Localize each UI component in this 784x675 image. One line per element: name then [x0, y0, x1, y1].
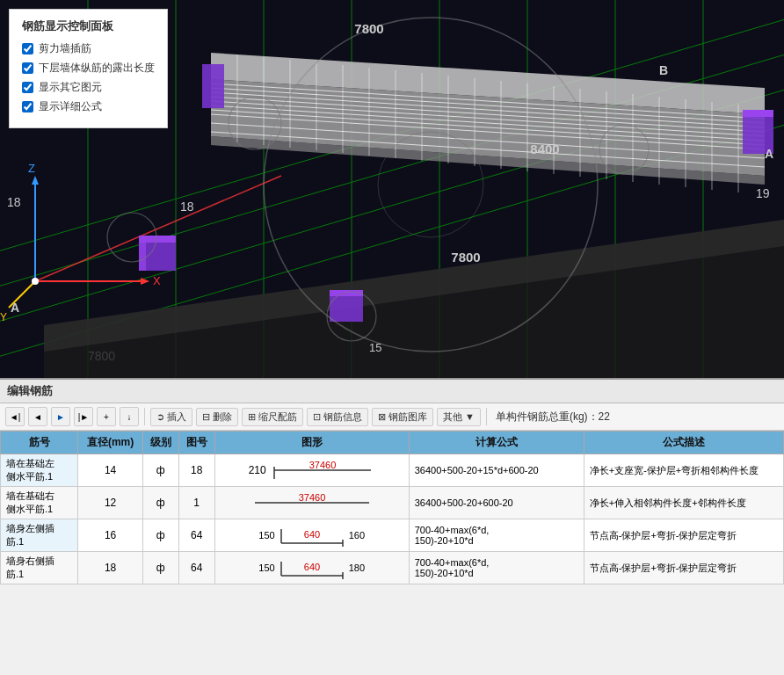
cell-shape-1: 210 37460	[214, 454, 409, 487]
cell-shape-3: 150 640 160	[214, 519, 409, 552]
svg-text:B: B	[659, 63, 668, 77]
checkbox-lower-wall[interactable]: 下层墙体纵筋的露出长度	[22, 61, 155, 76]
cell-id-2: 墙在基础右侧水平筋.1	[1, 487, 78, 519]
cell-level-3: ф	[142, 519, 178, 552]
nav-last-btn[interactable]: |►	[74, 407, 93, 426]
rebar-library-btn[interactable]: ⊠ 钢筋图库	[372, 408, 433, 426]
svg-text:Z: Z	[28, 162, 35, 175]
scale-rebar-btn[interactable]: ⊞ 缩尺配筋	[242, 408, 303, 426]
svg-text:8400: 8400	[530, 142, 559, 156]
separator-2	[486, 408, 487, 425]
nav-next-btn[interactable]: ►	[51, 407, 70, 426]
nav-down-btn[interactable]: ↓	[120, 407, 139, 426]
cell-id-4: 墙身右侧插筋.1	[1, 552, 78, 584]
delete-btn[interactable]: ⊟ 删除	[196, 408, 238, 426]
col-header-level: 级别	[142, 432, 178, 454]
rebar-library-icon: ⊠	[378, 411, 386, 423]
checkbox-detail-formula-label: 显示详细公式	[39, 99, 102, 114]
svg-text:15: 15	[369, 341, 381, 354]
cell-level-2: ф	[142, 487, 178, 519]
col-header-id: 筋号	[1, 432, 78, 454]
insert-label: 插入	[167, 410, 186, 424]
checkbox-lower-wall-input[interactable]	[22, 62, 33, 74]
svg-text:Y: Y	[0, 311, 7, 323]
cell-desc-4: 节点高-保护层+弯折-保护层定弯折	[584, 552, 783, 584]
other-label: 其他 ▼	[443, 410, 475, 424]
weight-info: 单构件钢筋总重(kg)：22	[496, 410, 610, 425]
checkbox-detail-formula[interactable]: 显示详细公式	[22, 99, 155, 114]
checkbox-detail-formula-input[interactable]	[22, 101, 33, 112]
svg-text:7800: 7800	[354, 21, 383, 36]
scale-icon: ⊞	[248, 411, 256, 423]
cell-formula-3: 700-40+max(6*d,150)-20+10*d	[409, 519, 584, 552]
nav-first-btn[interactable]: ◄|	[5, 407, 25, 426]
cell-level-1: ф	[142, 454, 178, 487]
cell-figure-3: 64	[178, 519, 214, 552]
cell-figure-2: 1	[178, 487, 214, 519]
checkbox-shear-wall-input[interactable]	[22, 43, 33, 54]
cell-desc-3: 节点高-保护层+弯折-保护层定弯折	[584, 519, 783, 552]
svg-text:7800: 7800	[451, 250, 480, 265]
svg-text:19: 19	[756, 186, 770, 200]
other-btn[interactable]: 其他 ▼	[437, 408, 481, 426]
checkbox-shear-wall[interactable]: 剪力墙插筋	[22, 41, 155, 56]
bottom-panel-title: 编辑钢筋	[7, 384, 53, 397]
svg-text:640: 640	[303, 562, 319, 572]
3d-viewport: X Z Y A 18 7800	[0, 0, 784, 378]
rebar-library-label: 钢筋图库	[388, 410, 427, 424]
cell-diameter-2: 12	[78, 487, 142, 519]
svg-text:37460: 37460	[298, 492, 325, 503]
cell-id-1: 墙在基础左侧水平筋.1	[1, 454, 78, 487]
nav-prev-btn[interactable]: ◄	[28, 407, 47, 426]
checkbox-other-elements-input[interactable]	[22, 82, 33, 93]
svg-text:37460: 37460	[309, 460, 336, 470]
checkbox-other-elements-label: 显示其它图元	[39, 80, 102, 95]
cell-formula-2: 36400+500-20+600-20	[409, 487, 584, 519]
cell-diameter-4: 18	[78, 552, 142, 584]
insert-btn[interactable]: ➲ 插入	[150, 408, 192, 426]
cell-desc-2: 净长+伸入相邻构件长度+邻构件长度	[584, 487, 783, 519]
bottom-panel-header: 编辑钢筋	[0, 380, 784, 403]
svg-point-22	[32, 278, 39, 285]
bottom-panel: 编辑钢筋 ◄| ◄ ► |► + ↓ ➲ 插入 ⊟ 删除 ⊞ 缩尺配筋 ⊡ 钢筋…	[0, 378, 784, 675]
svg-text:18: 18	[7, 195, 21, 209]
checkbox-other-elements[interactable]: 显示其它图元	[22, 80, 155, 95]
nav-up-btn[interactable]: +	[97, 407, 116, 426]
cell-diameter-1: 14	[78, 454, 142, 487]
cell-shape-2: 37460	[214, 487, 409, 519]
svg-text:X: X	[153, 274, 161, 287]
checkbox-shear-wall-label: 剪力墙插筋	[39, 41, 91, 56]
table-row[interactable]: 墙身右侧插筋.1 18 ф 64 150 640	[1, 552, 784, 584]
cell-formula-4: 700-40+max(6*d,150)-20+10*d	[409, 552, 584, 584]
delete-icon: ⊟	[202, 411, 210, 423]
table-row[interactable]: 墙在基础右侧水平筋.1 12 ф 1 37460 36400+500-20+60…	[1, 487, 784, 519]
svg-rect-68	[202, 64, 224, 108]
scale-rebar-label: 缩尺配筋	[258, 410, 297, 424]
cell-shape-4: 150 640 180	[214, 552, 409, 584]
svg-text:A: A	[11, 301, 19, 315]
col-header-figure: 图号	[178, 432, 214, 454]
svg-rect-67	[743, 110, 773, 117]
control-panel-title: 钢筋显示控制面板	[22, 18, 155, 34]
rebar-table: 筋号 直径(mm) 级别 图号 图形 计算公式 公式描述 墙在基础左侧水平筋.1…	[0, 431, 784, 584]
col-header-formula: 计算公式	[409, 432, 584, 454]
cell-level-4: ф	[142, 552, 178, 584]
checkbox-lower-wall-label: 下层墙体纵筋的露出长度	[39, 61, 155, 76]
cell-desc-1: 净长+支座宽-保护层+弯折相邻构件长度	[584, 454, 783, 487]
delete-label: 删除	[213, 410, 232, 424]
table-row[interactable]: 墙在基础左侧水平筋.1 14 ф 18 210 37460	[1, 454, 784, 487]
col-header-shape: 图形	[214, 432, 409, 454]
cell-figure-4: 64	[178, 552, 214, 584]
cell-diameter-3: 16	[78, 519, 142, 552]
table-row[interactable]: 墙身左侧插筋.1 16 ф 64 150 640	[1, 519, 784, 552]
rebar-info-icon: ⊡	[313, 411, 321, 423]
col-header-diameter: 直径(mm)	[78, 432, 142, 454]
col-header-desc: 公式描述	[584, 432, 783, 454]
cell-formula-1: 36400+500-20+15*d+600-20	[409, 454, 584, 487]
rebar-table-container[interactable]: 筋号 直径(mm) 级别 图号 图形 计算公式 公式描述 墙在基础左侧水平筋.1…	[0, 431, 784, 584]
rebar-info-btn[interactable]: ⊡ 钢筋信息	[307, 408, 368, 426]
cell-figure-1: 18	[178, 454, 214, 487]
insert-icon: ➲	[156, 411, 164, 423]
toolbar: ◄| ◄ ► |► + ↓ ➲ 插入 ⊟ 删除 ⊞ 缩尺配筋 ⊡ 钢筋信息 ⊠ …	[0, 403, 784, 431]
svg-text:640: 640	[303, 529, 319, 540]
